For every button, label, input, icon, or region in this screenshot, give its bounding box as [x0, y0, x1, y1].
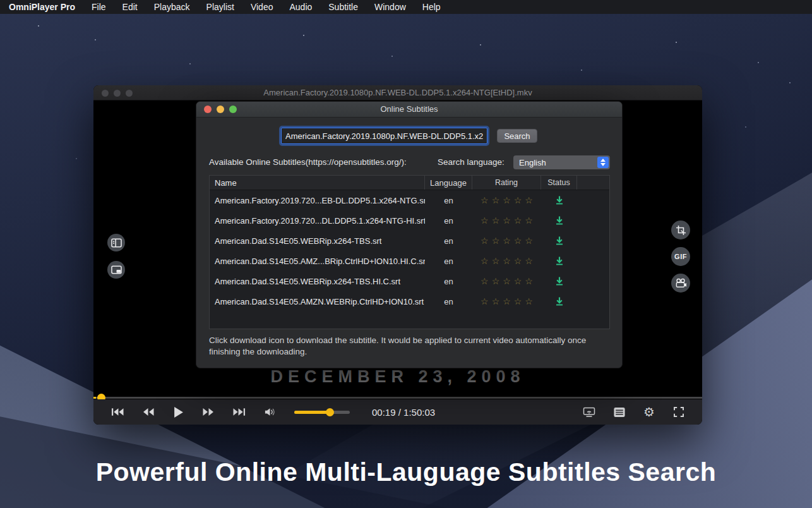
- skip-previous-icon: [111, 407, 124, 417]
- page-caption: Powerful Online Multi-Lauguage Subtitles…: [0, 457, 812, 487]
- table-row[interactable]: American.Dad.S14E05.WEBRip.x264-TBS.srt …: [210, 231, 609, 251]
- menu-item-audio[interactable]: Audio: [289, 2, 312, 12]
- volume-button[interactable]: [264, 407, 276, 417]
- subtitle-rating-stars: ☆☆☆☆☆: [472, 190, 541, 210]
- crop-icon: [676, 225, 686, 236]
- volume-fill: [294, 411, 330, 414]
- progress-fill: [93, 397, 96, 399]
- search-language-label: Search language:: [438, 157, 505, 167]
- menu-bar: OmniPlayer Pro File Edit Playback Playli…: [0, 0, 812, 14]
- gif-record-button[interactable]: GIF: [671, 247, 690, 266]
- subtitle-language: en: [425, 291, 472, 311]
- subtitle-rating-stars: ☆☆☆☆☆: [472, 231, 541, 251]
- download-button[interactable]: [541, 251, 577, 271]
- skip-next-icon: [233, 407, 246, 417]
- fullscreen-icon: [673, 406, 684, 418]
- table-row[interactable]: American.Dad.S14E05.WEBRip.x264-TBS.HI.C…: [210, 271, 609, 291]
- dialog-title: Online Subtitles: [196, 104, 622, 114]
- menu-item-video[interactable]: Video: [251, 2, 273, 12]
- column-header-rating[interactable]: Rating: [472, 176, 541, 190]
- subtitle-name: American.Factory.2019.720...DL.DDP5.1.x2…: [210, 210, 425, 231]
- skip-previous-button[interactable]: [111, 407, 124, 417]
- table-row[interactable]: American.Dad.S14E05.AMZ...BRip.CtrlHD+IO…: [210, 251, 609, 271]
- subtitle-name: American.Dad.S14E05.AMZN.WEBRip.CtrlHD+I…: [210, 291, 425, 311]
- download-button[interactable]: [541, 291, 577, 311]
- menu-item-playlist[interactable]: Playlist: [206, 2, 234, 12]
- video-overlay-text: DECEMBER 23, 2008: [93, 367, 702, 387]
- language-select-value: English: [513, 158, 597, 167]
- dialog-titlebar[interactable]: Online Subtitles: [196, 102, 622, 118]
- subtitle-language: en: [425, 251, 472, 271]
- menu-item-window[interactable]: Window: [374, 2, 406, 12]
- volume-knob[interactable]: [326, 408, 334, 416]
- menu-item-playback[interactable]: Playback: [154, 2, 190, 12]
- dialog-footer-note: Click download icon to download the subt…: [209, 335, 606, 358]
- player-titlebar[interactable]: American.Factory.2019.1080p.NF.WEB-DL.DD…: [93, 85, 702, 100]
- rewind-icon: [142, 407, 155, 417]
- table-row[interactable]: American.Dad.S14E05.AMZN.WEBRip.CtrlHD+I…: [210, 291, 609, 311]
- subtitle-name: American.Dad.S14E05.AMZ...BRip.CtrlHD+IO…: [210, 251, 425, 271]
- rewind-button[interactable]: [142, 407, 155, 417]
- playlist-icon: [614, 408, 625, 417]
- language-select[interactable]: English: [513, 155, 610, 169]
- player-window-title: American.Factory.2019.1080p.NF.WEB-DL.DD…: [93, 88, 702, 97]
- subtitle-search-input[interactable]: [281, 128, 487, 144]
- menu-item-help[interactable]: Help: [422, 2, 441, 12]
- progress-bar[interactable]: [93, 397, 702, 399]
- download-button[interactable]: [541, 210, 577, 231]
- menu-item-edit[interactable]: Edit: [122, 2, 138, 12]
- column-header-status[interactable]: Status: [541, 176, 577, 190]
- pip-button[interactable]: [107, 261, 125, 279]
- volume-icon: [264, 407, 276, 417]
- download-icon: [554, 276, 564, 286]
- column-header-name[interactable]: Name: [210, 176, 425, 190]
- settings-button[interactable]: ⚙: [643, 406, 655, 418]
- menu-app-name[interactable]: OmniPlayer Pro: [9, 2, 75, 12]
- volume-slider[interactable]: [294, 411, 350, 414]
- available-subtitles-label: Available Online Subtitles(https://opens…: [209, 157, 407, 167]
- picture-in-picture-icon: [111, 265, 122, 274]
- download-button[interactable]: [541, 231, 577, 251]
- download-icon: [554, 215, 564, 226]
- download-icon: [554, 236, 564, 246]
- subtitle-rating-stars: ☆☆☆☆☆: [472, 271, 541, 291]
- download-icon: [554, 195, 564, 205]
- fast-forward-icon: [202, 407, 215, 417]
- table-row[interactable]: American.Factory.2019.720...DL.DDP5.1.x2…: [210, 210, 609, 231]
- cast-button[interactable]: [583, 407, 595, 418]
- gif-icon: GIF: [674, 253, 687, 260]
- subtitle-name: American.Factory.2019.720...EB-DL.DDP5.1…: [210, 190, 425, 210]
- sidebar-panel-icon: [111, 238, 122, 248]
- subtitle-rating-stars: ☆☆☆☆☆: [472, 251, 541, 271]
- player-control-bar: 00:19 / 1:50:03 ⚙: [93, 399, 702, 425]
- cast-icon: [583, 407, 595, 418]
- subtitle-rating-stars: ☆☆☆☆☆: [472, 291, 541, 311]
- fullscreen-button[interactable]: [673, 406, 684, 418]
- search-button[interactable]: Search: [497, 129, 537, 143]
- table-row[interactable]: American.Factory.2019.720...EB-DL.DDP5.1…: [210, 190, 609, 210]
- time-display: 00:19 / 1:50:03: [372, 407, 435, 418]
- online-subtitles-dialog: Online Subtitles Search Available Online…: [196, 101, 623, 368]
- subtitle-rating-stars: ☆☆☆☆☆: [472, 210, 541, 231]
- playlist-panel-button[interactable]: [107, 234, 125, 251]
- play-button[interactable]: [173, 406, 184, 419]
- play-icon: [173, 406, 184, 419]
- snapshot-crop-button[interactable]: [671, 221, 690, 239]
- subtitle-language: en: [425, 210, 472, 231]
- select-stepper-icon: [597, 157, 609, 168]
- download-icon: [554, 296, 564, 306]
- menu-item-file[interactable]: File: [92, 2, 106, 12]
- record-video-button[interactable]: [671, 274, 690, 293]
- download-icon: [554, 256, 564, 266]
- table-header: Name Language Rating Status: [210, 176, 609, 190]
- fast-forward-button[interactable]: [202, 407, 215, 417]
- download-button[interactable]: [541, 190, 577, 210]
- skip-next-button[interactable]: [233, 407, 246, 417]
- movie-camera-icon: [675, 278, 687, 288]
- column-header-language[interactable]: Language: [425, 176, 472, 190]
- subtitle-language: en: [425, 271, 472, 291]
- subtitle-language: en: [425, 231, 472, 251]
- playlist-button[interactable]: [614, 408, 625, 417]
- menu-item-subtitle[interactable]: Subtitle: [328, 2, 358, 12]
- download-button[interactable]: [541, 271, 577, 291]
